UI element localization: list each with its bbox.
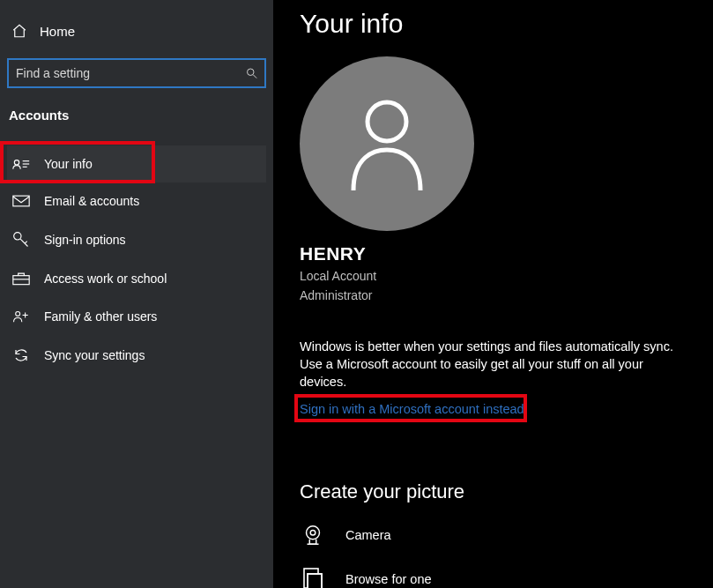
browse-icon [300, 567, 326, 588]
sync-icon [12, 347, 30, 363]
page-title: Your info [300, 9, 692, 39]
user-account-type: Local Account [300, 268, 692, 284]
sidebar-item-label: Your info [44, 157, 93, 171]
avatar [300, 56, 474, 231]
sidebar-nav: Your info Email & accounts Sign-in optio… [7, 145, 266, 375]
briefcase-icon [12, 272, 30, 286]
sidebar-item-email-accounts[interactable]: Email & accounts [7, 182, 266, 220]
home-label: Home [40, 24, 75, 39]
sidebar-item-label: Family & other users [44, 309, 157, 324]
svg-line-9 [25, 242, 26, 244]
camera-icon [300, 523, 326, 547]
sidebar-item-family-users[interactable]: Family & other users [7, 297, 266, 336]
signin-link-row: Sign in with a Microsoft account instead [300, 398, 524, 421]
svg-point-16 [307, 526, 320, 540]
sidebar-item-your-info[interactable]: Your info [7, 145, 266, 182]
sidebar-item-work-school[interactable]: Access work or school [7, 260, 266, 297]
camera-option[interactable]: Camera [300, 523, 692, 547]
section-title: Accounts [7, 104, 266, 133]
camera-label: Camera [345, 528, 391, 542]
people-plus-icon [12, 309, 30, 324]
person-card-icon [12, 157, 30, 171]
svg-line-8 [20, 239, 27, 246]
svg-rect-6 [13, 196, 29, 206]
svg-point-7 [14, 233, 21, 240]
sync-message: Windows is better when your settings and… [300, 339, 692, 391]
user-role: Administrator [300, 287, 692, 303]
svg-point-2 [14, 160, 19, 165]
signin-microsoft-link[interactable]: Sign in with a Microsoft account instead [300, 402, 524, 416]
sidebar-item-label: Access work or school [44, 272, 167, 286]
browse-label: Browse for one [345, 572, 432, 586]
sidebar-item-sync-settings[interactable]: Sync your settings [7, 336, 266, 375]
sidebar-item-label: Sign-in options [44, 233, 126, 247]
sidebar-item-label: Email & accounts [44, 194, 139, 208]
svg-rect-20 [308, 574, 322, 588]
svg-rect-10 [13, 276, 29, 285]
main-pane: Your info HENRY Local Account Administra… [273, 0, 713, 588]
mail-icon [12, 195, 30, 207]
key-icon [12, 231, 30, 249]
browse-option[interactable]: Browse for one [300, 567, 692, 588]
home-button[interactable]: Home [7, 18, 266, 48]
sidebar: Home Accounts Your info [0, 0, 273, 588]
user-name: HENRY [300, 243, 692, 264]
sidebar-item-label: Sync your settings [44, 348, 145, 362]
svg-point-15 [368, 102, 406, 141]
home-icon [11, 23, 27, 39]
create-picture-title: Create your picture [300, 480, 692, 503]
svg-point-12 [16, 311, 20, 316]
search-input[interactable] [7, 58, 266, 88]
sidebar-item-signin-options[interactable]: Sign-in options [7, 220, 266, 260]
svg-point-17 [310, 530, 316, 535]
search-wrap [7, 58, 266, 88]
